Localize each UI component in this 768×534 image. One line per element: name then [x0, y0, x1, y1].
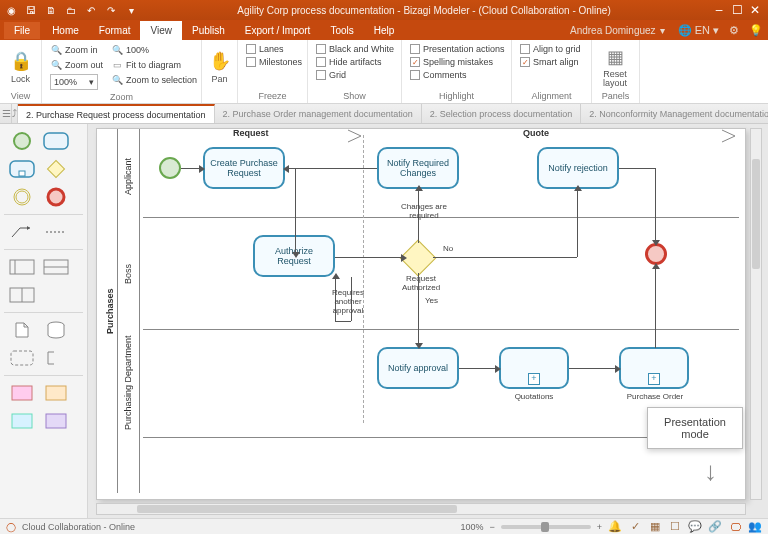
redo-icon[interactable]: ↷ — [104, 3, 118, 17]
palette-data-store[interactable] — [42, 320, 70, 340]
comments-icon[interactable]: 💬 — [688, 520, 702, 533]
tab-home[interactable]: Home — [42, 21, 89, 40]
palette-header[interactable] — [42, 411, 70, 431]
palette-end-event[interactable] — [42, 187, 70, 207]
palette-image[interactable] — [8, 383, 36, 403]
presentation-mode-callout: Presentation mode — [647, 407, 743, 449]
fit-diagram-button[interactable]: ▭Fit to diagram — [109, 58, 199, 72]
save-icon[interactable]: 🖫 — [24, 3, 38, 17]
tab-help[interactable]: Help — [364, 21, 405, 40]
end-event[interactable] — [645, 243, 667, 265]
close-button[interactable]: ✕ — [746, 3, 764, 17]
share-icon[interactable]: 🔗 — [708, 520, 722, 533]
task-quotations[interactable] — [499, 347, 569, 389]
gateway-label: Request Authorized — [395, 275, 447, 293]
tab-format[interactable]: Format — [89, 21, 141, 40]
idea-icon[interactable]: 💡 — [744, 24, 768, 37]
diagram-list-icon[interactable]: ☰ — [2, 104, 12, 123]
user-menu[interactable]: Andrea Dominguez▾ — [562, 25, 673, 36]
view-grid-icon[interactable]: ▦ — [648, 520, 662, 533]
task-create-request[interactable]: Create Purchase Request — [203, 147, 285, 189]
palette-formatted[interactable] — [8, 411, 36, 431]
qat-dropdown-icon[interactable]: ▾ — [124, 3, 138, 17]
maximize-button[interactable]: ☐ — [728, 3, 746, 17]
svg-rect-18 — [12, 414, 32, 428]
hide-artifacts-check[interactable]: Hide artifacts — [314, 56, 396, 68]
spelling-mistakes-check[interactable]: ✓Spelling mistakes — [408, 56, 507, 68]
smart-align-check[interactable]: ✓Smart align — [518, 56, 583, 68]
group-view-label: View — [6, 90, 35, 101]
presentation-actions-check[interactable]: Presentation actions — [408, 43, 507, 55]
group-zoom-label: Zoom — [48, 91, 195, 102]
doc-tab-active[interactable]: 2. Purchase Request process documentatio… — [18, 104, 215, 123]
language-menu[interactable]: 🌐 EN ▾ — [673, 24, 724, 37]
palette-association[interactable] — [42, 222, 70, 242]
bw-check[interactable]: Black and White — [314, 43, 396, 55]
freeze-lanes-check[interactable]: Lanes — [244, 43, 304, 55]
task-purchase-order[interactable] — [619, 347, 689, 389]
doc-tab[interactable]: 2. Purchase Order management documentati… — [215, 104, 422, 123]
palette-data-object[interactable] — [8, 320, 36, 340]
palette-text[interactable] — [42, 383, 70, 403]
tab-tools[interactable]: Tools — [320, 21, 363, 40]
zoom-minus-icon[interactable]: − — [489, 522, 494, 532]
svg-point-0 — [14, 133, 30, 149]
vertical-scrollbar[interactable] — [750, 128, 762, 500]
callout-arrow-icon: ↓ — [704, 456, 717, 487]
zoom-combo[interactable]: 100%▾ — [48, 73, 105, 91]
palette-gateway[interactable] — [42, 159, 70, 179]
grid-check[interactable]: Grid — [314, 69, 396, 81]
view-single-icon[interactable]: ☐ — [668, 520, 682, 533]
comments-check[interactable]: Comments — [408, 69, 507, 81]
palette-pool[interactable] — [8, 257, 36, 277]
open-icon[interactable]: 🗀 — [64, 3, 78, 17]
palette-task[interactable] — [42, 131, 70, 151]
palette-milestone[interactable] — [8, 285, 36, 305]
presentation-mode-icon[interactable]: 🖵 — [728, 521, 742, 533]
task-notify-approval[interactable]: Notify approval — [377, 347, 459, 389]
spellcheck-icon[interactable]: ✓ — [628, 520, 642, 533]
file-menu[interactable]: File — [4, 22, 40, 39]
zoom-100-button[interactable]: 🔍100% — [109, 43, 199, 57]
reset-layout-button[interactable]: ▦Reset layout — [598, 43, 632, 90]
lane-applicant-label: Applicant — [121, 137, 135, 215]
pan-button[interactable]: ✋Pan — [208, 43, 231, 90]
quotations-label: Quotations — [507, 393, 561, 402]
tab-view[interactable]: View — [140, 21, 182, 40]
freeze-milestones-check[interactable]: Milestones — [244, 56, 304, 68]
palette-lane[interactable] — [42, 257, 70, 277]
undo-icon[interactable]: ↶ — [84, 3, 98, 17]
doc-tab[interactable]: 2. Selection process documentation — [422, 104, 582, 123]
app-icon: ◉ — [4, 3, 18, 17]
new-icon[interactable]: 🗎 — [44, 3, 58, 17]
tab-export-import[interactable]: Export / Import — [235, 21, 321, 40]
palette-intermediate-event[interactable] — [8, 187, 36, 207]
settings-icon[interactable]: ⚙ — [724, 24, 744, 37]
team-icon[interactable]: 👥 — [748, 520, 762, 533]
palette-sequence-flow[interactable] — [8, 222, 36, 242]
lock-icon: 🔒 — [10, 50, 32, 72]
zoom-100-icon: 🔍 — [111, 44, 123, 56]
canvas-area[interactable]: Purchases Applicant Boss Purchasing Depa… — [88, 124, 768, 518]
horizontal-scrollbar[interactable] — [96, 503, 746, 515]
tab-publish[interactable]: Publish — [182, 21, 235, 40]
task-notify-rejection[interactable]: Notify rejection — [537, 147, 619, 189]
palette-subprocess[interactable] — [8, 159, 36, 179]
zoom-slider[interactable] — [501, 525, 591, 529]
palette-start-event[interactable] — [8, 131, 36, 151]
palette-group[interactable] — [8, 348, 36, 368]
minimize-button[interactable]: – — [710, 3, 728, 17]
task-notify-changes[interactable]: Notify Required Changes — [377, 147, 459, 189]
zoom-in-button[interactable]: 🔍Zoom in — [48, 43, 105, 57]
doc-tab[interactable]: 2. Nonconformity Management documentatio… — [581, 104, 768, 123]
zoom-selection-button[interactable]: 🔍Zoom to selection — [109, 73, 199, 87]
palette-annotation[interactable] — [42, 348, 70, 368]
lock-button[interactable]: 🔒Lock — [6, 43, 35, 90]
align-grid-check[interactable]: Align to grid — [518, 43, 583, 55]
lane-purchasing-label: Purchasing Department — [121, 333, 135, 433]
zoom-out-button[interactable]: 🔍Zoom out — [48, 58, 105, 72]
diagram-canvas[interactable]: Purchases Applicant Boss Purchasing Depa… — [96, 128, 746, 500]
zoom-plus-icon[interactable]: + — [597, 522, 602, 532]
notifications-icon[interactable]: 🔔 — [608, 520, 622, 533]
start-event[interactable] — [159, 157, 181, 179]
